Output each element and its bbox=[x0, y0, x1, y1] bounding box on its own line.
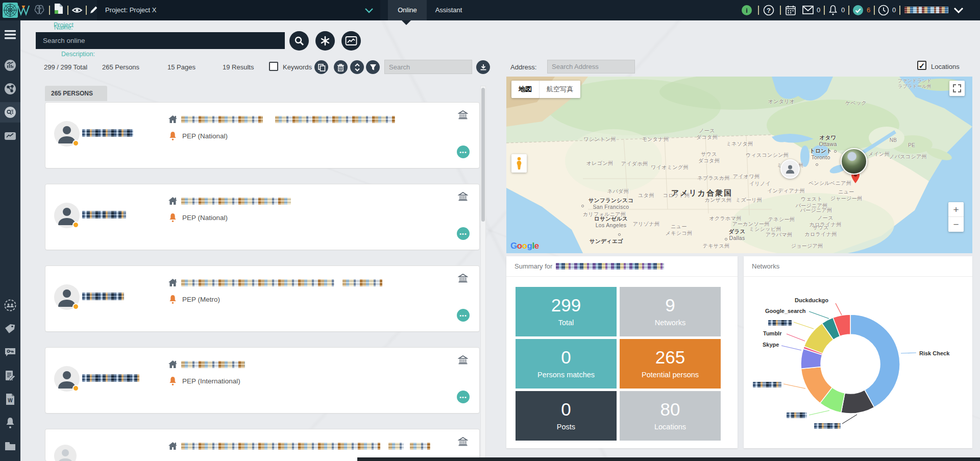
project-selector[interactable]: Project: Project X bbox=[97, 0, 380, 20]
scrollbar-thumb[interactable] bbox=[481, 88, 485, 222]
keywords-checkbox[interactable] bbox=[269, 62, 278, 71]
menu-hamburger-icon[interactable] bbox=[0, 25, 20, 45]
zoom-in-button[interactable]: + bbox=[948, 202, 964, 217]
delete-results-button[interactable] bbox=[334, 60, 348, 74]
pegman-control[interactable] bbox=[511, 154, 527, 173]
map-label: ノバスコシア州 bbox=[889, 154, 927, 160]
project-selector-label: Project: Project X bbox=[105, 6, 156, 14]
comment-button[interactable]: ••• bbox=[457, 227, 470, 240]
comment-button[interactable]: ••• bbox=[457, 391, 470, 403]
map-label: ワシントン州 bbox=[584, 136, 616, 143]
divider bbox=[67, 6, 68, 15]
sidebar-word-report-icon[interactable]: W bbox=[0, 389, 20, 409]
info-status-icon[interactable]: i bbox=[741, 5, 752, 16]
photo-map-marker[interactable] bbox=[841, 148, 867, 175]
donut-label-redacted bbox=[768, 320, 792, 326]
google-logo: Google bbox=[510, 241, 539, 251]
donut-label bbox=[753, 381, 781, 387]
person-card[interactable]: PEP (National) ••• bbox=[45, 184, 480, 250]
download-results-button[interactable] bbox=[476, 60, 490, 74]
eye-icon[interactable] bbox=[71, 5, 83, 15]
zoom-out-button[interactable]: − bbox=[948, 217, 964, 232]
app-logo-spiderweb-icon[interactable] bbox=[3, 3, 18, 18]
institution-icon[interactable] bbox=[458, 273, 468, 283]
map-label: ネブラスカ州 bbox=[698, 175, 730, 182]
pep-badge: PEP (Metro) bbox=[182, 296, 220, 303]
map-type-map-button[interactable]: 地図 bbox=[511, 81, 539, 98]
tile-persons-matches[interactable]: 0Persons matches bbox=[516, 339, 617, 389]
svg-text:W: W bbox=[8, 398, 13, 403]
map-label: メイン州 bbox=[868, 151, 890, 158]
fullscreen-button[interactable] bbox=[949, 81, 965, 96]
address-redacted bbox=[342, 279, 382, 286]
comment-button[interactable]: ••• bbox=[457, 145, 470, 158]
map-label: アイオワ州 bbox=[733, 174, 760, 180]
sidebar-groups-icon[interactable] bbox=[0, 295, 20, 316]
tile-total[interactable]: 299Total bbox=[516, 287, 617, 336]
home-icon bbox=[168, 360, 178, 369]
institution-icon[interactable] bbox=[458, 355, 468, 365]
sidebar-notes-icon[interactable] bbox=[0, 366, 20, 386]
copy-results-button[interactable] bbox=[314, 60, 328, 74]
bottom-window-edge bbox=[357, 457, 980, 461]
user-name-redacted[interactable] bbox=[904, 7, 948, 13]
clock-icon[interactable] bbox=[878, 5, 889, 16]
address-search-input[interactable] bbox=[547, 60, 635, 74]
persons-list-header[interactable]: 265 PERSONS bbox=[45, 86, 107, 101]
person-card[interactable] bbox=[45, 429, 480, 461]
help-icon[interactable]: ? bbox=[763, 5, 774, 16]
sidebar-cases-folder-icon[interactable] bbox=[0, 436, 20, 456]
person-card[interactable]: PEP (International) ••• bbox=[45, 347, 480, 414]
map-label: PE bbox=[908, 142, 915, 149]
calendar-icon[interactable] bbox=[785, 5, 796, 16]
address-redacted bbox=[410, 443, 430, 450]
sidebar-online-search-icon[interactable] bbox=[0, 102, 20, 123]
pegman-icon bbox=[516, 157, 523, 170]
sidebar-network-icon[interactable] bbox=[0, 79, 20, 99]
donut-label: Google_search bbox=[765, 308, 805, 314]
tile-potential-persons[interactable]: 265Potential persons bbox=[620, 339, 721, 389]
expand-search-button[interactable] bbox=[315, 31, 335, 51]
tile-posts[interactable]: 0Posts bbox=[516, 391, 617, 441]
map-type-satellite-button[interactable]: 航空写真 bbox=[539, 81, 580, 98]
tab-online[interactable]: Online bbox=[388, 0, 427, 20]
results-filter-input[interactable] bbox=[384, 60, 472, 74]
search-icon bbox=[293, 35, 305, 46]
person-map-marker[interactable] bbox=[780, 159, 800, 179]
sort-results-button[interactable] bbox=[350, 60, 364, 74]
monitoring-button[interactable] bbox=[341, 31, 361, 51]
tile-locations[interactable]: 80Locations bbox=[620, 391, 721, 441]
project-document-icon[interactable] bbox=[54, 3, 64, 14]
sidebar-analytics-icon[interactable] bbox=[0, 55, 20, 76]
sidebar-monitoring-icon[interactable] bbox=[0, 126, 20, 146]
map-label: オレゴン州 bbox=[586, 160, 613, 167]
user-menu-chevron-icon[interactable] bbox=[953, 7, 964, 13]
institution-icon[interactable] bbox=[458, 110, 468, 119]
filter-results-button[interactable] bbox=[366, 60, 380, 74]
tile-networks[interactable]: 9Networks bbox=[620, 287, 721, 336]
list-scrollbar[interactable] bbox=[480, 86, 486, 461]
sidebar-keywords-icon[interactable] bbox=[0, 342, 20, 362]
networks-donut-chart[interactable]: DuckduckgoGoogle_searchTumblrSkypeRisk C… bbox=[744, 277, 972, 448]
tasks-check-icon[interactable] bbox=[852, 5, 864, 16]
institution-icon[interactable] bbox=[458, 191, 468, 201]
google-map[interactable]: オンタリオケベックファンドランド ラブラドール州ワシントン州モンタナ州ノース ダ… bbox=[506, 77, 972, 253]
mail-icon[interactable] bbox=[802, 6, 814, 14]
results-persons: 265 Persons bbox=[102, 63, 139, 71]
bell-icon[interactable] bbox=[828, 5, 838, 16]
map-city-dot bbox=[581, 205, 584, 207]
search-online-input[interactable] bbox=[36, 32, 285, 49]
person-card[interactable]: PEP (Metro) ••• bbox=[45, 265, 480, 332]
locations-checkbox[interactable]: ✓ bbox=[917, 61, 926, 70]
sidebar-alerts-bell-icon[interactable] bbox=[0, 413, 20, 433]
person-card[interactable]: PEP (National) ••• bbox=[45, 102, 480, 168]
map-labels-layer: オンタリオケベックファンドランド ラブラドール州ワシントン州モンタナ州ノース ダ… bbox=[506, 77, 972, 253]
tab-assistant[interactable]: Assistant bbox=[427, 0, 471, 20]
sidebar-tags-icon[interactable] bbox=[0, 319, 20, 339]
comment-button[interactable]: ••• bbox=[457, 309, 470, 322]
results-pages: 15 Pages bbox=[167, 63, 195, 71]
donut-labels-layer: DuckduckgoGoogle_searchTumblrSkypeRisk C… bbox=[744, 277, 972, 448]
search-button[interactable] bbox=[289, 31, 309, 51]
institution-icon[interactable] bbox=[458, 436, 468, 446]
top-bar: Project: Project X Online Assistant i ? … bbox=[0, 0, 980, 20]
